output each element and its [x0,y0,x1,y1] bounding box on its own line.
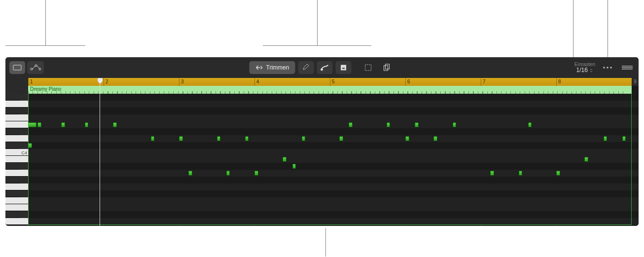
note-row[interactable] [28,135,639,142]
midi-note[interactable] [28,143,32,148]
key-white[interactable] [5,197,28,204]
midi-note[interactable] [188,171,192,176]
key-black[interactable] [5,211,20,218]
key-white[interactable]: C4 [5,149,28,156]
midi-note[interactable] [302,136,306,141]
midi-note[interactable] [349,122,353,127]
key-white[interactable] [5,121,28,128]
midi-note[interactable] [490,171,494,176]
note-row[interactable] [28,114,639,121]
region-header[interactable]: Dreamy Piano [28,86,632,94]
note-row[interactable] [28,163,639,170]
key-black[interactable] [5,190,20,197]
brush-icon [320,64,329,71]
ruler-bar-3[interactable]: 3 [179,78,254,86]
ruler-bar-7[interactable]: 7 [481,78,556,86]
midi-note[interactable] [85,122,89,127]
resize-handle[interactable] [620,61,635,74]
midi-note[interactable] [584,157,588,162]
midi-note[interactable] [604,136,608,141]
note-row[interactable] [28,108,639,114]
key-black[interactable] [5,94,20,101]
note-row[interactable] [28,94,639,101]
key-black[interactable] [5,163,20,170]
notes-view-button[interactable] [9,61,25,74]
note-row[interactable] [28,204,639,211]
ruler-bar-1[interactable]: 1 [28,78,104,86]
midi-note[interactable] [37,122,41,127]
midi-note[interactable] [151,136,155,141]
pencil-tool-button[interactable] [298,61,314,74]
note-row[interactable] [28,156,639,163]
note-grid[interactable] [28,94,639,226]
velocity-tool-button[interactable] [335,61,351,74]
key-black[interactable] [5,108,20,114]
piano-keyboard[interactable]: C4 [5,78,28,226]
note-row[interactable] [28,184,639,190]
midi-note[interactable] [387,122,391,127]
playhead[interactable] [100,78,100,226]
automation-view-button[interactable] [27,61,44,74]
midi-note[interactable] [254,171,258,176]
midi-note[interactable] [28,122,36,127]
key-white[interactable] [5,135,28,142]
pencil-icon [302,64,310,72]
midi-note[interactable] [453,122,457,127]
ruler-bar-4[interactable]: 4 [254,78,330,86]
note-row[interactable] [28,197,639,204]
midi-note[interactable] [405,136,409,141]
note-row[interactable] [28,177,639,184]
midi-note[interactable] [433,136,437,141]
ruler-bar-8[interactable]: 8 [556,78,632,86]
note-row[interactable] [28,101,639,108]
note-row[interactable] [28,190,639,197]
bar-ruler[interactable]: 9 12345678 [28,78,639,86]
midi-note[interactable] [61,122,65,127]
grid-area[interactable]: 9 12345678 Dreamy Piano [28,78,639,226]
key-black[interactable] [5,177,20,184]
trim-button[interactable]: Trimmen [250,61,295,74]
marquee-tool-button[interactable] [360,61,376,74]
midi-note[interactable] [217,136,221,141]
drag-handle-icon [622,65,633,70]
note-row[interactable] [28,128,639,135]
midi-note[interactable] [519,171,523,176]
key-black[interactable] [5,128,20,135]
toolbar: Trimmen Einrasten 1/16 [5,57,639,78]
midi-note[interactable] [339,136,343,141]
note-row[interactable] [28,218,639,225]
midi-note[interactable] [528,122,532,127]
midi-note[interactable] [283,157,286,162]
midi-note[interactable] [226,171,230,176]
key-white[interactable] [5,218,28,225]
note-row[interactable] [28,142,639,149]
key-white[interactable] [5,114,28,121]
playhead-marker[interactable] [97,78,103,84]
midi-note[interactable] [292,164,296,169]
more-menu-button[interactable] [600,61,615,74]
key-white[interactable] [5,170,28,177]
brush-tool-button[interactable] [317,61,332,74]
key-white[interactable] [5,101,28,108]
key-white[interactable] [5,204,28,211]
ruler-bar-5[interactable]: 5 [330,78,405,86]
trim-icon [255,64,263,71]
note-row[interactable] [28,211,639,218]
midi-note[interactable] [415,122,419,127]
copy-tool-button[interactable] [379,61,394,74]
ruler-bar-6[interactable]: 6 [405,78,481,86]
ruler-bar-2[interactable]: 2 [104,78,179,86]
midi-note[interactable] [245,136,249,141]
midi-note[interactable] [622,136,626,141]
key-black[interactable] [5,142,20,149]
note-row[interactable] [28,170,639,177]
midi-note[interactable] [179,136,183,141]
callout-line [608,0,608,58]
midi-note[interactable] [113,122,117,127]
note-row[interactable] [28,121,639,128]
note-row[interactable] [28,149,639,156]
key-white[interactable] [5,184,28,190]
key-white[interactable] [5,156,28,163]
snap-menu[interactable]: Einrasten 1/16 [574,62,595,73]
midi-note[interactable] [556,171,560,176]
